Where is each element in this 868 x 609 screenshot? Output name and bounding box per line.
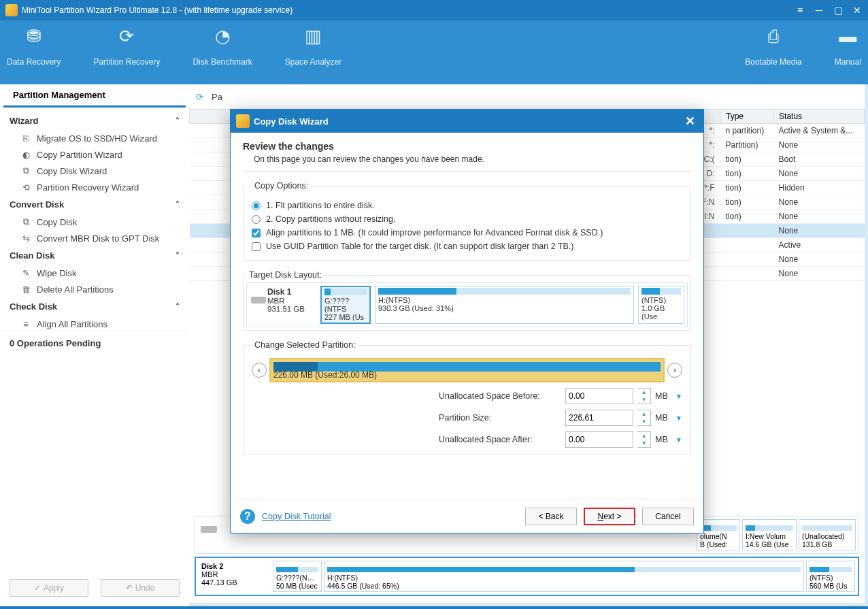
copy-disk-wizard-dialog: Copy Disk Wizard ✕ Review the changes On… (230, 109, 704, 533)
close-button[interactable]: ✕ (852, 5, 863, 16)
chevron-up-icon: ˄ (176, 302, 180, 312)
sidebar-item-copy-disk2[interactable]: ⧉Copy Disk (0, 214, 189, 230)
back-button[interactable]: < Back (525, 508, 577, 525)
target-partition-0[interactable]: G:????(NTFS227 MB (Us (320, 286, 371, 324)
sidebar-item-copy-partition[interactable]: ◐Copy Partition Wizard (0, 146, 189, 163)
ribbon-data-recovery[interactable]: ⛃ Data Recovery (4, 27, 63, 84)
titlebar: MiniTool Partition Wizard Pro Ultimate 1… (0, 0, 868, 20)
copy-icon: ⧉ (20, 216, 31, 227)
partition-recovery-icon: ⟳ (116, 27, 137, 45)
copy-partition-icon: ◐ (20, 149, 31, 160)
disk-benchmark-icon: ◔ (212, 27, 233, 45)
migrate-icon: ⎘ (20, 133, 31, 144)
undo-button[interactable]: ↶ Undo (101, 579, 180, 597)
unit-dropdown-1[interactable]: ▼ (675, 414, 682, 422)
dialog-close-button[interactable]: ✕ (682, 114, 698, 129)
spin-input-1[interactable] (565, 410, 633, 426)
ribbon-label: Manual (835, 57, 861, 67)
app-title: MiniTool Partition Wizard Pro Ultimate 1… (22, 5, 293, 15)
spin-buttons-2[interactable]: ▲▼ (637, 431, 651, 448)
radio-no-resize[interactable]: 2. Copy partitions without resizing. (252, 212, 682, 226)
checkbox-align-1mb[interactable]: Align partitions to 1 MB. (It could impr… (252, 226, 682, 240)
ribbon-label: Bootable Media (745, 57, 801, 67)
target-partition-1[interactable]: H:(NTFS)930.3 GB (Used: 31%) (375, 286, 634, 324)
ribbon-toolbar: ⛃ Data Recovery ⟳ Partition Recovery ◔ D… (0, 20, 868, 84)
ribbon-partition-recovery[interactable]: ⟳ Partition Recovery (90, 27, 163, 84)
partition-size-slider[interactable]: 226.00 MB (Used:26.00 MB) (269, 358, 665, 382)
unit-dropdown-2[interactable]: ▼ (675, 436, 682, 444)
chevron-up-icon: ˄ (176, 251, 180, 261)
sidebar-item-align[interactable]: ≡Align All Partitions (0, 316, 189, 331)
target-disk-info: Disk 1 MBR 931.51 GB (250, 286, 316, 324)
sidebar-item-wipe-disk[interactable]: ✎Wipe Disk (0, 265, 189, 281)
menu-icon[interactable]: ≡ (795, 5, 805, 16)
sidebar-item-convert-mbr-gpt[interactable]: ⇆Convert MBR Disk to GPT Disk (0, 230, 189, 246)
ribbon-label: Partition Recovery (93, 57, 160, 67)
ribbon-label: Disk Benchmark (193, 57, 252, 67)
sidebar-group-convert[interactable]: Convert Disk˄ (0, 195, 189, 214)
copy-options-group: Copy Options: 1. Fit partitions to entir… (243, 181, 691, 261)
minimize-button[interactable]: ─ (814, 5, 824, 16)
space-analyzer-icon: ▥ (302, 27, 324, 45)
dialog-title: Copy Disk Wizard (254, 116, 329, 127)
tab-partition-management[interactable]: Partition Management (3, 84, 186, 108)
sidebar-group-wizard[interactable]: Wizard˄ (0, 112, 189, 130)
spin-input-2[interactable] (565, 431, 633, 448)
book-icon: ▬ (837, 27, 858, 45)
convert-icon: ⇆ (20, 233, 31, 244)
sidebar-item-delete-all[interactable]: 🗑Delete All Partitions (0, 281, 189, 297)
eraser-icon: ✎ (20, 267, 31, 278)
align-icon: ≡ (20, 318, 31, 329)
shift-left-button[interactable]: ‹ (252, 363, 267, 378)
change-selected-partition-group: Change Selected Partition: ‹ 226.00 MB (… (243, 340, 691, 455)
cancel-button[interactable]: Cancel (642, 508, 694, 525)
tutorial-link[interactable]: Copy Disk Tutorial (262, 512, 331, 521)
data-recovery-icon: ⛃ (23, 27, 45, 45)
spin-input-0[interactable] (565, 388, 633, 404)
copy-disk-icon: ⧉ (20, 165, 31, 176)
col-status[interactable]: Status (773, 110, 865, 124)
target-partition-2[interactable]: (NTFS)1.0 GB (Use (638, 286, 684, 324)
usb-icon: ⎙ (763, 27, 784, 45)
disk-strip-2[interactable]: Disk 2MBR447.13 GB G:????(NTFS50 MB (Use… (195, 557, 859, 596)
help-icon[interactable]: ? (240, 509, 255, 524)
chevron-up-icon: ˄ (176, 200, 180, 210)
apply-button[interactable]: ✓ Apply (10, 579, 88, 597)
sidebar: Partition Management Wizard˄ ⎘Migrate OS… (0, 84, 189, 606)
sidebar-item-migrate-os[interactable]: ⎘Migrate OS to SSD/HD Wizard (0, 130, 189, 146)
dialog-titlebar: Copy Disk Wizard ✕ (231, 110, 703, 133)
ribbon-space-analyzer[interactable]: ▥ Space Analyzer (282, 27, 344, 84)
spin-buttons-0[interactable]: ▲▼ (637, 388, 651, 404)
operations-pending: 0 Operations Pending (0, 331, 189, 355)
shift-right-button[interactable]: › (667, 363, 682, 378)
sidebar-group-check[interactable]: Check Disk˄ (0, 297, 189, 316)
dialog-logo-icon (236, 114, 250, 128)
spin-buttons-1[interactable]: ▲▼ (637, 410, 651, 426)
sidebar-item-copy-disk[interactable]: ⧉Copy Disk Wizard (0, 163, 189, 179)
target-disk-layout-group: Target Disk Layout: Disk 1 MBR 931.51 GB… (243, 270, 691, 331)
trash-icon: 🗑 (20, 284, 31, 295)
ribbon-label: Space Analyzer (285, 57, 341, 67)
recovery-icon: ⟲ (20, 182, 31, 193)
maximize-button[interactable]: ▢ (833, 5, 844, 16)
ribbon-manual[interactable]: ▬ Manual (832, 27, 864, 84)
checkbox-use-gpt[interactable]: Use GUID Partition Table for the target … (252, 240, 682, 253)
next-button[interactable]: Next > (584, 508, 635, 525)
sidebar-group-clean[interactable]: Clean Disk˄ (0, 246, 189, 265)
col-type[interactable]: Type (720, 110, 773, 124)
app-logo-icon (5, 4, 18, 16)
radio-fit-entire-disk[interactable]: 1. Fit partitions to entire disk. (252, 199, 682, 212)
dialog-subheader: On this page you can review the changes … (254, 154, 691, 164)
chevron-up-icon: ˄ (176, 116, 180, 126)
refresh-icon[interactable]: ⟳ (196, 92, 203, 102)
unit-dropdown-0[interactable]: ▼ (675, 393, 682, 400)
disk-icon (251, 297, 266, 303)
ribbon-bootable-media[interactable]: ⎙ Bootable Media (742, 27, 804, 84)
ribbon-label: Data Recovery (7, 57, 61, 67)
dialog-header: Review the changes (243, 141, 691, 152)
sidebar-item-partition-recovery[interactable]: ⟲Partition Recovery Wizard (0, 179, 189, 195)
ribbon-disk-benchmark[interactable]: ◔ Disk Benchmark (190, 27, 254, 84)
